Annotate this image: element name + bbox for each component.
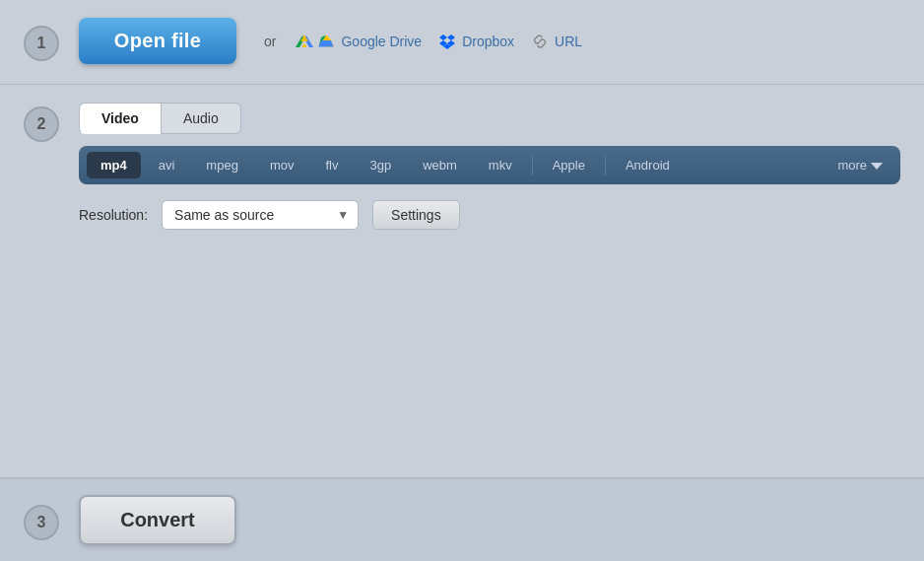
resolution-row: Resolution: Same as source 1080p 720p 48… <box>79 200 900 230</box>
google-drive-link[interactable]: Google Drive <box>296 34 422 49</box>
step-1-circle: 1 <box>24 26 59 61</box>
cloud-links: Google Drive Dropbox URL <box>296 34 582 49</box>
step-2-circle: 2 <box>24 106 59 142</box>
format-bar: mp4 avi mpeg mov flv 3gp webm mkv Apple … <box>79 146 900 184</box>
tab-video[interactable]: Video <box>79 103 162 134</box>
format-divider-1 <box>532 156 533 175</box>
media-type-tabs: Video Audio <box>79 103 900 134</box>
open-file-button[interactable]: Open file <box>79 18 236 64</box>
section-2-content: Video Audio mp4 avi mpeg mov flv 3gp web… <box>79 103 900 230</box>
format-mp4[interactable]: mp4 <box>87 152 141 178</box>
format-more[interactable]: more <box>827 152 892 178</box>
format-divider-2 <box>605 156 606 175</box>
more-arrow-icon <box>871 161 883 171</box>
settings-button[interactable]: Settings <box>372 200 460 230</box>
tab-audio[interactable]: Audio <box>162 103 241 134</box>
resolution-label: Resolution: <box>79 207 148 223</box>
svg-marker-1 <box>302 42 307 47</box>
svg-marker-16 <box>447 35 455 40</box>
format-3gp[interactable]: 3gp <box>356 152 405 178</box>
svg-line-20 <box>538 38 543 43</box>
format-avi[interactable]: avi <box>145 152 189 178</box>
format-webm[interactable]: webm <box>409 152 471 178</box>
format-android[interactable]: Android <box>612 152 684 178</box>
step-3-circle: 3 <box>24 505 59 540</box>
convert-button[interactable]: Convert <box>79 495 236 545</box>
format-flv[interactable]: flv <box>311 152 352 178</box>
google-drive-icon <box>318 35 334 48</box>
dropbox-link[interactable]: Dropbox <box>439 34 514 49</box>
svg-marker-14 <box>319 40 334 47</box>
url-link-icon <box>532 34 548 49</box>
format-apple[interactable]: Apple <box>539 152 599 178</box>
url-link[interactable]: URL <box>532 34 582 49</box>
svg-marker-15 <box>439 35 447 40</box>
google-drive-icon <box>296 34 313 49</box>
format-mpeg[interactable]: mpeg <box>192 152 252 178</box>
format-mkv[interactable]: mkv <box>475 152 526 178</box>
or-text: or <box>264 34 276 49</box>
section-2: 2 Video Audio mp4 avi mpeg mov flv 3gp w… <box>0 85 924 478</box>
format-mov[interactable]: mov <box>256 152 308 178</box>
svg-marker-21 <box>871 163 883 170</box>
resolution-select-wrap: Same as source 1080p 720p 480p 360p ▼ <box>162 200 359 230</box>
resolution-select[interactable]: Same as source 1080p 720p 480p 360p <box>162 200 359 230</box>
section-1: 1 Open file or <box>0 0 924 85</box>
dropbox-icon <box>439 34 455 49</box>
section-3: 3 Convert <box>0 478 924 561</box>
